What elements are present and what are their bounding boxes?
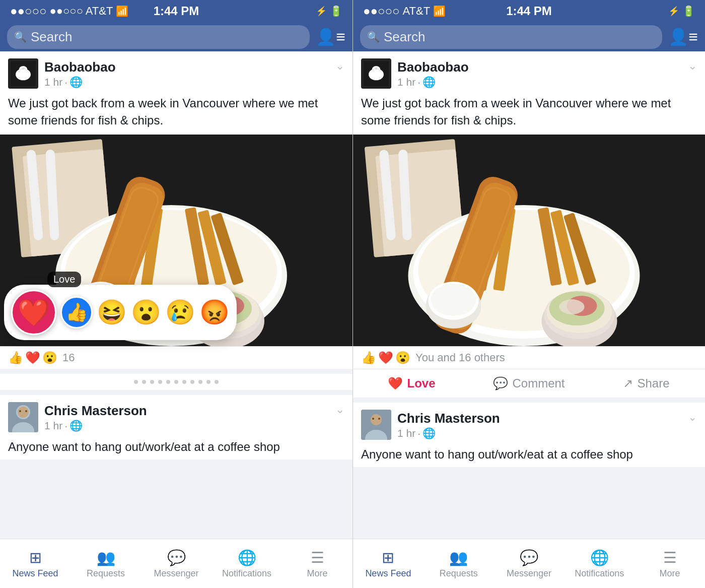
search-icon-left: 🔍 (14, 31, 27, 43)
tab-more-right[interactable]: ☰ More (634, 545, 705, 583)
reactions-text-right: You and 16 others (415, 351, 505, 364)
tab-label-more-right: More (660, 568, 680, 579)
signal-dots-right: ●●○○○ (363, 4, 399, 18)
dots-separator-left (0, 374, 352, 390)
time-display: 1:44 PM (154, 4, 199, 18)
tab-label-newsfeed-left: News Feed (12, 568, 58, 579)
post-meta-2-right: Chris Masterson 1 hr · 🌐 (397, 411, 697, 439)
status-bar-right-right-icons: ⚡ 🔋 (668, 5, 695, 17)
post-time-1-left: 1 hr · 🌐 (44, 76, 344, 88)
angry-emoji-button[interactable]: 😡 (199, 298, 230, 326)
reactions-bar-1-right: 👍 ❤️ 😮 You and 16 others (353, 346, 705, 369)
post-header-1-right: Baobaobao 1 hr · 🌐 ⌄ (353, 51, 705, 93)
globe-icon-2-left: 🌐 (69, 420, 83, 432)
post-card-2-right: Chris Masterson 1 hr · 🌐 ⌄ Anyone want t… (353, 403, 705, 467)
post-avatar-2-right (361, 410, 391, 440)
search-input-left[interactable]: 🔍 Search (7, 25, 310, 49)
menu-icon-right: ☰ (663, 549, 677, 566)
post-image-container-left: Love ❤️ 👍 😆 😮 😢 😡 (0, 135, 352, 346)
home-icon-right: ⊞ (382, 549, 394, 566)
search-bar-right[interactable]: 🔍 Search 👤≡ (353, 22, 705, 51)
signal-dots: ●●○○○ (10, 4, 46, 18)
tab-messenger-right[interactable]: 💬 Messenger (494, 545, 565, 583)
tab-bar-right: ⊞ News Feed 👥 Requests 💬 Messenger 🌐 Not… (353, 539, 705, 588)
post-time-2-right: 1 hr · 🌐 (397, 427, 697, 439)
wifi-icon: 📶 (116, 5, 128, 17)
bell-icon-left: 🌐 (238, 549, 256, 566)
svg-point-66 (559, 299, 585, 314)
post-image-1-right (353, 135, 705, 346)
post-options-2-left[interactable]: ⌄ (335, 403, 344, 416)
tab-requests-left[interactable]: 👥 Requests (70, 545, 141, 583)
tab-notifications-right[interactable]: 🌐 Notifications (564, 545, 634, 583)
post-text-1-left: We just got back from a week in Vancouve… (0, 93, 352, 135)
love-emoji-button[interactable]: ❤️ (11, 290, 56, 335)
sad-emoji-button[interactable]: 😢 (165, 298, 195, 326)
post-text-2-left: Anyone want to hang out/work/eat at a co… (0, 436, 352, 460)
emoji-reaction-popup[interactable]: Love ❤️ 👍 😆 😮 😢 😡 (4, 285, 237, 340)
post-options-2-right[interactable]: ⌄ (688, 411, 697, 424)
tab-news-feed-left[interactable]: ⊞ News Feed (0, 545, 70, 583)
wow-emoji-button[interactable]: 😮 (131, 298, 161, 326)
feed-right: Baobaobao 1 hr · 🌐 ⌄ We just got back fr… (353, 51, 705, 539)
post-text-1-right: We just got back from a week in Vancouve… (353, 93, 705, 135)
post-avatar-2-left (8, 402, 38, 432)
battery-icon-right: 🔋 (682, 5, 695, 17)
people-icon-right: 👥 (449, 549, 468, 566)
bluetooth-icon: ⚡ (316, 6, 327, 17)
post-time-2-left: 1 hr · 🌐 (44, 420, 344, 432)
comment-action-btn[interactable]: 💬 Comment (470, 371, 588, 396)
globe-icon-2-right: 🌐 (422, 427, 436, 439)
post-options-1-left[interactable]: ⌄ (335, 59, 344, 73)
search-input-right[interactable]: 🔍 Search (360, 25, 662, 49)
search-placeholder-right: Search (384, 29, 425, 45)
action-buttons-right: ❤️ Love 💬 Comment ↗ Share (353, 369, 705, 398)
status-bar-right: ●●○○○ AT&T 📶 1:44 PM ⚡ 🔋 (353, 0, 705, 22)
status-bar-right-left-icons: ●●○○○ AT&T 📶 (363, 4, 446, 18)
love-btn-icon: ❤️ (388, 376, 403, 390)
tab-label-more-left: More (307, 568, 327, 579)
share-btn-label: Share (637, 376, 669, 390)
wow-reaction-icon-r: 😮 (395, 351, 410, 365)
bluetooth-icon-right: ⚡ (668, 6, 679, 17)
messenger-icon-left: 💬 (167, 549, 186, 566)
post-author-2-left: Chris Masterson (44, 403, 344, 419)
svg-point-34 (18, 407, 29, 418)
love-tooltip: Love (47, 272, 81, 287)
search-bar-left[interactable]: 🔍 Search 👤≡ (0, 22, 352, 51)
search-placeholder-left: Search (31, 29, 72, 45)
svg-point-69 (372, 418, 374, 420)
svg-point-35 (19, 410, 21, 412)
like-reaction-icon: 👍 (8, 351, 23, 365)
tab-label-newsfeed-right: News Feed (365, 568, 411, 579)
haha-emoji-button[interactable]: 😆 (97, 298, 127, 326)
post-header-2-right: Chris Masterson 1 hr · 🌐 ⌄ (353, 403, 705, 444)
comment-btn-label: Comment (512, 376, 565, 390)
people-icon-left: 👥 (97, 549, 115, 566)
tab-notifications-left[interactable]: 🌐 Notifications (212, 545, 282, 583)
tab-more-left[interactable]: ☰ More (282, 545, 352, 583)
time-display-right: 1:44 PM (506, 4, 552, 18)
tab-requests-right[interactable]: 👥 Requests (424, 545, 494, 583)
tab-bar-left: ⊞ News Feed 👥 Requests 💬 Messenger 🌐 Not… (0, 539, 352, 588)
post-options-1-right[interactable]: ⌄ (688, 59, 697, 73)
post-meta-1-right: Baobaobao 1 hr · 🌐 (397, 59, 697, 88)
carrier-label: ●●○○○ AT&T (49, 5, 113, 18)
like-emoji-button[interactable]: 👍 (60, 296, 93, 329)
love-action-btn[interactable]: ❤️ Love (353, 371, 470, 396)
tab-label-notifications-left: Notifications (222, 568, 271, 579)
friend-requests-icon-right[interactable]: 👤≡ (668, 27, 698, 46)
tab-label-requests-left: Requests (87, 568, 125, 579)
tab-messenger-left[interactable]: 💬 Messenger (141, 545, 212, 583)
globe-icon-1-left: 🌐 (69, 76, 83, 88)
share-action-btn[interactable]: ↗ Share (588, 371, 705, 396)
post-card-2-left: Chris Masterson 1 hr · 🌐 ⌄ Anyone want t… (0, 395, 352, 460)
tab-label-messenger-right: Messenger (507, 568, 551, 579)
wow-reaction-icon: 😮 (42, 351, 57, 365)
post-time-1-right: 1 hr · 🌐 (397, 76, 697, 88)
post-avatar-1-right (361, 58, 391, 89)
tab-label-notifications-right: Notifications (575, 568, 624, 579)
wifi-icon-right: 📶 (433, 5, 446, 17)
tab-news-feed-right[interactable]: ⊞ News Feed (353, 545, 424, 583)
friend-requests-icon-left[interactable]: 👤≡ (316, 27, 345, 46)
